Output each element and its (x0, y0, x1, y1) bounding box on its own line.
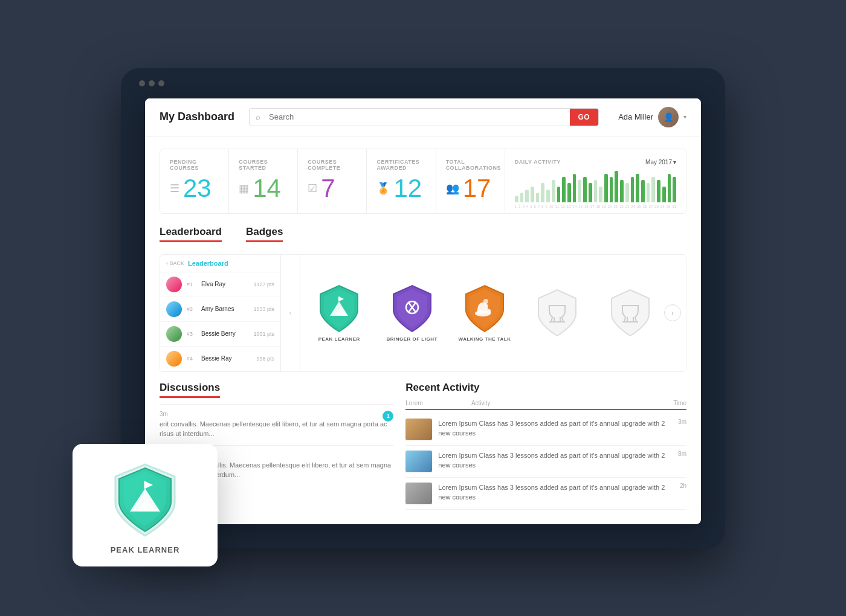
bar-label-2: 2 (518, 205, 520, 208)
floating-badge-label: PEAK LEARNER (111, 545, 180, 554)
bar-label-1: 1 (515, 205, 517, 208)
floating-peak-learner-shield-icon (112, 462, 178, 538)
bottom-row: Discussions 3m erit convallis. Maecenas … (160, 382, 686, 510)
lb-rank-3: #3 (187, 331, 196, 337)
activity-item-2: Lorem Ipsum Class has 3 lessons added as… (405, 446, 686, 478)
stat-label-pending: PENDING COURSES (170, 159, 219, 171)
bar-label-27: 27 (649, 205, 653, 208)
bar-label-23: 23 (625, 205, 630, 208)
avatar: 👤 (658, 107, 679, 127)
bar-label-4: 4 (526, 205, 528, 208)
bar-8 (552, 180, 555, 202)
badges-prev-arrow[interactable]: ‹ (281, 255, 300, 371)
stat-value-complete: 7 (321, 176, 335, 201)
bar-labels: 1234567891011121314151617181920212223242… (515, 205, 676, 208)
bar-label-24: 24 (631, 205, 636, 208)
daily-activity-card: DAILY ACTIVITY May 2017 ▾ 12345678910111… (505, 149, 686, 213)
bar-label-9: 9 (546, 205, 547, 208)
activity-item-3: Lorem Ipsum Class has 3 lessons added as… (405, 478, 686, 510)
bringer-of-light-shield-icon (391, 284, 433, 333)
courses-started-icon: ▦ (239, 182, 249, 195)
search-bar: ⌕ GO (249, 108, 599, 126)
collaborations-icon: 👥 (446, 182, 459, 195)
bar-label-10: 10 (549, 205, 554, 208)
search-icon: ⌕ (250, 109, 266, 125)
bar-9 (557, 187, 561, 202)
lb-item: #2 Amy Barnes 1033 pts (160, 297, 280, 322)
bar-21 (620, 180, 624, 202)
bar-label-22: 22 (619, 205, 624, 208)
stats-row: PENDING COURSES ☰ 23 COURSES STARTED ▦ 1… (160, 149, 686, 214)
badges-section-title: Badges (246, 226, 283, 242)
bar-7 (546, 190, 550, 202)
bar-27 (651, 177, 655, 202)
stat-value-certs: 12 (393, 176, 422, 201)
activity-header-row: Lorem Activity Time (405, 400, 686, 410)
bar-label-20: 20 (608, 205, 612, 208)
month-select[interactable]: May 2017 ▾ (645, 159, 676, 165)
lb-title: Leaderboard (188, 260, 228, 267)
bar-label-15: 15 (578, 205, 583, 208)
search-input[interactable] (266, 109, 570, 125)
bar-chart (515, 170, 676, 204)
bar-17 (599, 187, 602, 202)
lb-avatar-4 (166, 351, 182, 367)
bar-11 (567, 183, 571, 202)
bar-12 (573, 174, 576, 202)
bar-15 (589, 183, 592, 202)
bar-20 (615, 171, 618, 202)
bar-label-28: 28 (654, 205, 659, 208)
browser-window: My Dashboard ⌕ GO Ada Miller 👤 ▾ PENDING… (145, 98, 701, 524)
lb-back-button[interactable]: ‹ BACK (166, 260, 184, 266)
main-content: Leaderboard Badges ‹ BACK Leaderboard #1 (145, 226, 701, 524)
stat-certificates: CERTIFICATES AWARDED 🏅 12 (367, 149, 436, 213)
bar-23 (631, 177, 634, 202)
lb-header: ‹ BACK Leaderboard (160, 255, 280, 272)
stat-courses-complete: COURSES COMPLETE ☑ 7 (298, 149, 367, 213)
badge-peak-learner[interactable]: PEAK LEARNER (305, 284, 373, 342)
bar-label-19: 19 (602, 205, 606, 208)
bar-1 (515, 196, 518, 202)
bar-30 (668, 174, 671, 202)
window-dot-yellow (149, 80, 155, 86)
bar-label-16: 16 (584, 205, 589, 208)
badge-bringer-of-light[interactable]: BRINGER OF LIGHT (378, 284, 445, 342)
activity-text-3: Lorem Ipsum Class has 3 lessons added as… (438, 483, 668, 502)
window-dot-red (139, 80, 145, 86)
bar-label-3: 3 (522, 205, 524, 208)
bar-5 (536, 193, 540, 202)
bar-10 (562, 177, 566, 202)
user-name: Ada Miller (618, 112, 653, 121)
empty-badge-1-icon (536, 289, 578, 337)
activity-time-1: 3m (674, 419, 686, 425)
pending-courses-icon: ☰ (170, 182, 179, 195)
svg-point-8 (483, 299, 488, 304)
stat-collaborations: TOTAL COLLABORATIONS 👥 17 (436, 149, 505, 213)
lb-badges-row: ‹ BACK Leaderboard #1 Elva Ray 1127 pts … (160, 254, 686, 372)
bar-label-12: 12 (561, 205, 565, 208)
badge-empty-1 (523, 289, 591, 337)
bar-19 (610, 177, 613, 202)
activity-text-2: Lorem Ipsum Class has 3 lessons added as… (438, 451, 668, 470)
peak-learner-shield-icon (318, 284, 360, 333)
badge-walking-the-talk[interactable]: WALKING THE TALK (451, 284, 518, 342)
bar-label-30: 30 (667, 205, 671, 208)
bar-label-7: 7 (538, 205, 540, 208)
month-chevron-icon: ▾ (673, 159, 676, 165)
bar-label-14: 14 (573, 205, 577, 208)
bar-29 (662, 187, 666, 202)
badges-list: PEAK LEARNER (305, 284, 664, 342)
activity-thumb-1 (405, 419, 432, 440)
chevron-down-icon[interactable]: ▾ (683, 114, 686, 120)
stat-label-complete: COURSES COMPLETE (308, 159, 357, 171)
bar-28 (657, 180, 660, 202)
courses-complete-icon: ☑ (308, 182, 317, 195)
badges-next-arrow[interactable]: › (664, 304, 681, 321)
daily-activity-label: DAILY ACTIVITY (515, 159, 561, 165)
empty-badge-2-icon (609, 289, 651, 337)
badge-label-peak-learner: PEAK LEARNER (318, 336, 360, 342)
search-go-button[interactable]: GO (570, 109, 599, 126)
activity-time-2: 8m (674, 451, 686, 457)
stat-value-started: 14 (253, 176, 281, 201)
stat-value-pending: 23 (183, 176, 212, 201)
